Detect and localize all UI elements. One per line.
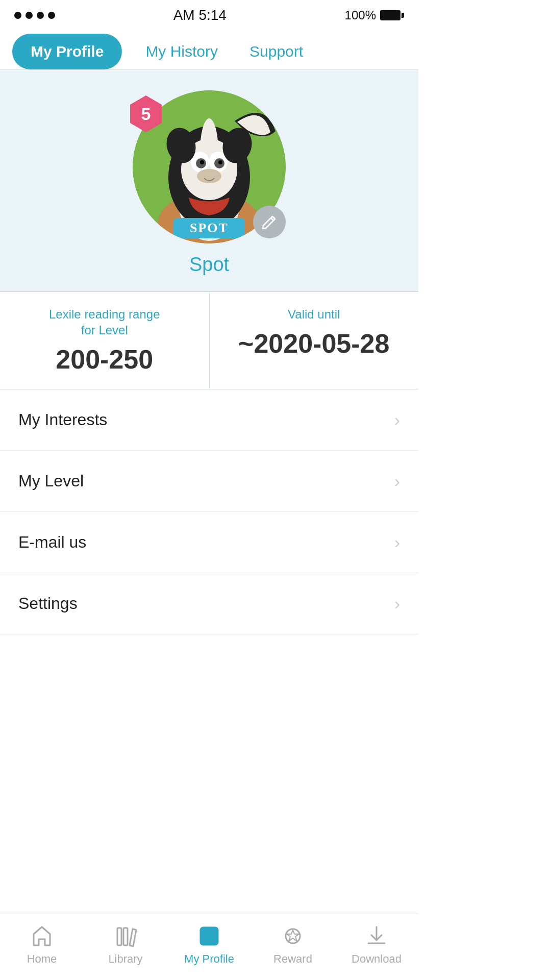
lexile-stat: Lexile reading rangefor Level 200-250 [0, 292, 210, 389]
svg-text:SPOT: SPOT [190, 220, 229, 235]
profile-name: Spot [189, 254, 229, 276]
menu-item-settings-label: Settings [18, 594, 78, 613]
menu-item-email-label: E-mail us [18, 533, 86, 552]
nav-library-label: Library [108, 952, 142, 966]
menu-item-level[interactable]: My Level › [0, 451, 418, 512]
status-time: AM 5:14 [173, 7, 227, 23]
chevron-right-icon: › [394, 594, 400, 614]
menu-item-settings[interactable]: Settings › [0, 573, 418, 634]
nav-reward-label: Reward [273, 952, 312, 966]
svg-point-10 [200, 160, 204, 164]
nav-download[interactable]: Download [335, 914, 418, 980]
menu-list: My Interests › My Level › E-mail us › Se… [0, 389, 418, 634]
nav-reward[interactable]: Reward [251, 914, 335, 980]
reward-icon [281, 924, 305, 948]
tab-my-profile[interactable]: My Profile [12, 34, 122, 69]
home-icon [30, 924, 54, 948]
menu-item-level-label: My Level [18, 472, 84, 491]
pencil-icon [261, 213, 278, 231]
header-tabs: My Profile My History Support [0, 29, 418, 70]
menu-item-interests[interactable]: My Interests › [0, 389, 418, 451]
valid-value: ~2020-05-28 [238, 328, 389, 359]
chevron-right-icon: › [394, 471, 400, 491]
nav-home-label: Home [27, 952, 57, 966]
battery-indicator: 100% [345, 8, 404, 22]
chevron-right-icon: › [394, 410, 400, 430]
tab-my-history[interactable]: My History [137, 34, 226, 69]
avatar-wrapper: 5 [133, 90, 286, 243]
status-bar: AM 5:14 100% [0, 0, 418, 29]
svg-rect-18 [117, 928, 121, 945]
profile-icon [197, 924, 221, 948]
tab-support[interactable]: Support [241, 34, 311, 69]
lexile-value: 200-250 [56, 344, 153, 375]
nav-library[interactable]: Library [84, 914, 167, 980]
nav-download-label: Download [352, 952, 402, 966]
battery-icon [380, 10, 404, 20]
svg-marker-23 [287, 930, 299, 941]
svg-point-11 [218, 160, 222, 164]
nav-my-profile-label: My Profile [184, 952, 234, 966]
svg-rect-19 [123, 928, 128, 945]
menu-item-email[interactable]: E-mail us › [0, 512, 418, 573]
stats-row: Lexile reading rangefor Level 200-250 Va… [0, 291, 418, 389]
signal-dots [14, 12, 55, 19]
library-icon [113, 924, 138, 948]
edit-avatar-button[interactable] [253, 206, 286, 238]
valid-stat: Valid until ~2020-05-28 [210, 292, 419, 389]
lexile-label: Lexile reading rangefor Level [49, 306, 160, 338]
valid-label: Valid until [288, 306, 340, 322]
menu-item-interests-label: My Interests [18, 410, 107, 429]
nav-home[interactable]: Home [0, 914, 84, 980]
nav-my-profile[interactable]: My Profile [167, 914, 251, 980]
profile-card: 5 [0, 70, 418, 291]
chevron-right-icon: › [394, 532, 400, 552]
bottom-nav: Home Library My Profile Reward [0, 914, 418, 980]
download-icon [364, 924, 389, 948]
